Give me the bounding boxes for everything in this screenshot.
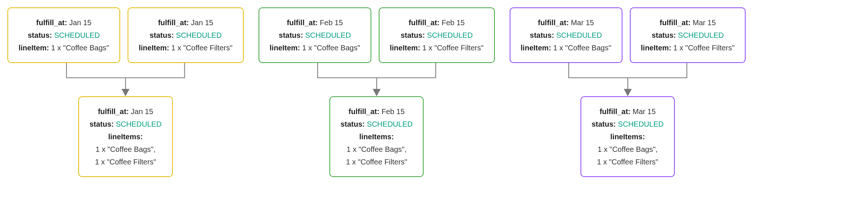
value-date: Feb 15 <box>441 19 464 27</box>
label-status: status: <box>149 31 174 39</box>
value-status: SCHEDULED <box>367 120 412 128</box>
value-status: SCHEDULED <box>427 31 473 39</box>
label-lineitem: lineItem: <box>390 44 420 52</box>
label-lineitem: lineItem: <box>521 44 551 52</box>
value-date: Jan 15 <box>191 19 213 27</box>
value-date: Jan 15 <box>69 19 91 27</box>
value-date: Jan 15 <box>131 107 153 116</box>
value-lineitem: 1 x "Coffee Filters" <box>673 44 734 52</box>
label-fulfill-at: fulfill_at: <box>660 19 690 27</box>
group-mar: fulfill_at: Mar 15 status: SCHEDULED lin… <box>510 7 746 177</box>
label-fulfill-at: fulfill_at: <box>158 19 189 27</box>
value-status: SCHEDULED <box>116 120 161 128</box>
value-date: Feb 15 <box>381 107 404 116</box>
value-lineitem: 1 x "Coffee Bags" <box>51 44 109 52</box>
card-feb-filters: fulfill_at: Feb 15 status: SCHEDULED lin… <box>379 7 495 63</box>
value-lineitem: 1 x "Coffee Bags", <box>598 145 658 153</box>
value-lineitem: 1 x "Coffee Filters" <box>423 44 484 52</box>
label-lineitem: lineItem: <box>270 44 300 52</box>
label-fulfill-at: fulfill_at: <box>287 19 318 27</box>
value-status: SCHEDULED <box>305 31 351 39</box>
value-date: Feb 15 <box>320 19 343 27</box>
card-jan-merged: fulfill_at: Jan 15 status: SCHEDULED lin… <box>78 96 173 177</box>
label-status: status: <box>401 31 425 39</box>
value-lineitem: 1 x "Coffee Bags" <box>553 44 611 52</box>
group-feb: fulfill_at: Feb 15 status: SCHEDULED lin… <box>259 7 495 177</box>
label-status: status: <box>89 120 114 128</box>
label-lineitem: lineItem: <box>19 44 49 52</box>
card-feb-merged: fulfill_at: Feb 15 status: SCHEDULED lin… <box>329 96 424 177</box>
label-status: status: <box>28 31 52 39</box>
connector <box>510 63 746 96</box>
value-date: Mar 15 <box>571 19 594 27</box>
label-lineitems: lineItems: <box>359 133 394 141</box>
value-lineitem: 1 x "Coffee Filters" <box>597 158 658 166</box>
value-status: SCHEDULED <box>176 31 221 39</box>
value-lineitem: 1 x "Coffee Bags" <box>302 44 360 52</box>
label-status: status: <box>279 31 303 39</box>
value-lineitem: 1 x "Coffee Filters" <box>95 158 156 166</box>
value-lineitem: 1 x "Coffee Bags", <box>346 145 407 153</box>
value-date: Mar 15 <box>632 107 655 116</box>
card-jan-bags: fulfill_at: Jan 15 status: SCHEDULED lin… <box>7 7 120 63</box>
value-lineitem: 1 x "Coffee Filters" <box>346 158 407 166</box>
diagram-root: fulfill_at: Jan 15 status: SCHEDULED lin… <box>7 7 861 177</box>
card-jan-filters: fulfill_at: Jan 15 status: SCHEDULED lin… <box>128 7 244 63</box>
connector <box>7 63 244 96</box>
connector <box>259 63 495 96</box>
value-date: Mar 15 <box>693 19 716 27</box>
card-feb-bags: fulfill_at: Feb 15 status: SCHEDULED lin… <box>259 7 371 63</box>
card-mar-bags: fulfill_at: Mar 15 status: SCHEDULED lin… <box>510 7 622 63</box>
label-lineitems: lineItems: <box>108 133 143 141</box>
label-status: status: <box>341 120 365 128</box>
label-status: status: <box>592 120 616 128</box>
label-fulfill-at: fulfill_at: <box>599 107 630 116</box>
value-status: SCHEDULED <box>556 31 602 39</box>
top-row: fulfill_at: Jan 15 status: SCHEDULED lin… <box>7 7 244 63</box>
label-fulfill-at: fulfill_at: <box>36 19 67 27</box>
label-lineitem: lineItem: <box>139 44 169 52</box>
label-fulfill-at: fulfill_at: <box>349 107 379 116</box>
value-lineitem: 1 x "Coffee Bags", <box>96 145 156 153</box>
card-mar-filters: fulfill_at: Mar 15 status: SCHEDULED lin… <box>630 7 746 63</box>
label-status: status: <box>530 31 554 39</box>
value-status: SCHEDULED <box>678 31 724 39</box>
group-jan: fulfill_at: Jan 15 status: SCHEDULED lin… <box>7 7 244 177</box>
top-row: fulfill_at: Mar 15 status: SCHEDULED lin… <box>510 7 746 63</box>
value-status: SCHEDULED <box>618 120 664 128</box>
top-row: fulfill_at: Feb 15 status: SCHEDULED lin… <box>259 7 495 63</box>
label-fulfill-at: fulfill_at: <box>538 19 569 27</box>
value-status: SCHEDULED <box>54 31 100 39</box>
value-lineitem: 1 x "Coffee Filters" <box>171 44 233 52</box>
label-lineitem: lineItem: <box>641 44 671 52</box>
label-fulfill-at: fulfill_at: <box>98 107 129 116</box>
label-lineitems: lineItems: <box>610 133 645 141</box>
label-status: status: <box>652 31 676 39</box>
label-fulfill-at: fulfill_at: <box>409 19 440 27</box>
card-mar-merged: fulfill_at: Mar 15 status: SCHEDULED lin… <box>581 96 675 177</box>
